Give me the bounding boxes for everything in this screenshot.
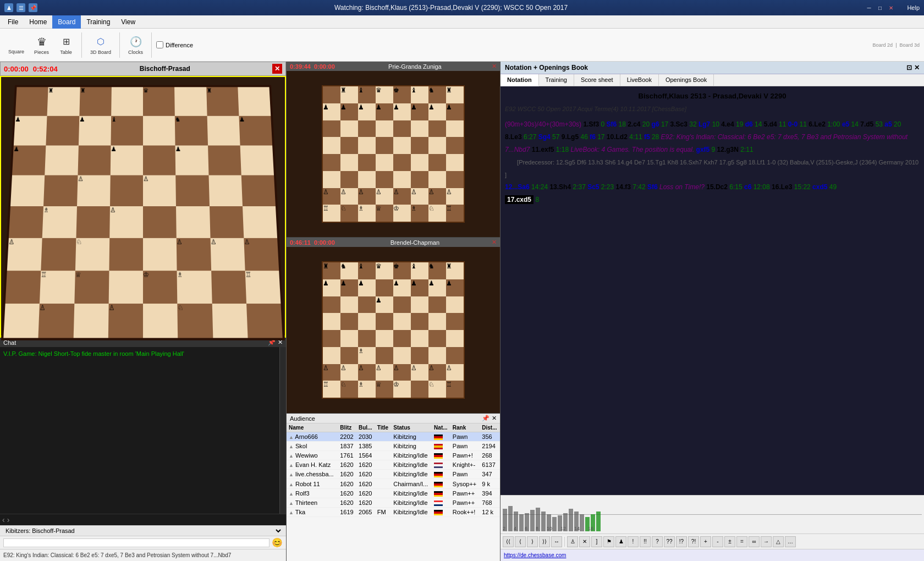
- mini-cell: [358, 120, 376, 138]
- menu-training[interactable]: Training: [81, 15, 116, 29]
- chat-input[interactable]: [3, 538, 270, 547]
- audience-close-icon[interactable]: ✕: [492, 415, 497, 422]
- minimize-button[interactable]: ─: [865, 3, 873, 12]
- nav-next[interactable]: ⟩: [527, 536, 538, 547]
- help-link[interactable]: Help: [898, 4, 920, 11]
- nav-plusminus-icon[interactable]: ±: [724, 536, 735, 547]
- menu-board[interactable]: Board: [52, 15, 81, 29]
- col-rank[interactable]: Rank: [450, 424, 480, 432]
- move-13w: 13.Sh4: [549, 183, 573, 191]
- board-type-label: Board 2d | Board 3d: [873, 42, 920, 48]
- audience-row[interactable]: ▲ Tka 1619 2065 FM Kibitzing/Idle Rook++…: [287, 507, 500, 516]
- audience-row[interactable]: ▲ Skol 1837 1385 Kibitzing Pawn 2194: [287, 442, 500, 451]
- kibitzers-select[interactable]: Kibitzers: Bischoff-Prasad: [3, 527, 283, 535]
- nav-excq-icon[interactable]: !?: [676, 536, 687, 547]
- tab-notation[interactable]: Notation: [501, 74, 539, 86]
- nav-q-icon[interactable]: ?: [652, 536, 663, 547]
- nav-bang-icon[interactable]: !!: [640, 536, 651, 547]
- board2-close-icon[interactable]: ✕: [492, 239, 497, 246]
- chat-scrollbar[interactable]: [279, 347, 286, 514]
- chess-cell: [176, 206, 210, 238]
- nav-begin[interactable]: ⟨⟨: [503, 536, 514, 547]
- chat-prev-icon[interactable]: ‹: [2, 515, 5, 524]
- tab-openings[interactable]: Openings Book: [659, 74, 714, 86]
- board1-close-icon[interactable]: ✕: [492, 63, 497, 70]
- col-blitz[interactable]: Blitz: [338, 424, 356, 432]
- emoji-button[interactable]: 😊: [272, 537, 283, 548]
- nav-triangle-icon[interactable]: △: [773, 536, 784, 547]
- notation-expand-icon[interactable]: ⊡: [906, 64, 912, 72]
- col-nat[interactable]: Nat...: [432, 424, 450, 432]
- toolbar-clocks-btn[interactable]: 🕐 Clocks: [124, 32, 147, 58]
- mini-cell: [446, 137, 464, 154]
- cell-title: [375, 488, 392, 498]
- audience-row[interactable]: ▲ live.chessba... 1620 1620 Kibitzing/Id…: [287, 470, 500, 479]
- mini-cell: [393, 171, 411, 188]
- nav-plus-icon[interactable]: +: [700, 536, 711, 547]
- nav-flip[interactable]: ↔: [551, 536, 562, 547]
- svg-rect-18: [596, 512, 601, 531]
- nav-bracket-icon[interactable]: ]: [591, 536, 602, 547]
- nav-qexc-icon[interactable]: ?!: [688, 536, 699, 547]
- chat-next-icon[interactable]: ›: [7, 515, 10, 524]
- chess-cell: [240, 145, 274, 175]
- nav-end[interactable]: ⟩⟩: [539, 536, 550, 547]
- nav-arrow-icon[interactable]: →: [761, 536, 772, 547]
- cell-status: Kibitzing: [391, 432, 432, 442]
- nav-prev[interactable]: ⟨: [515, 536, 526, 547]
- toolbar-square-btn[interactable]: Square: [4, 33, 28, 57]
- board1-timer-right: 0:00:00: [314, 63, 335, 70]
- nav-flag-icon[interactable]: ⚑: [603, 536, 614, 547]
- time-15b: 12:08: [754, 183, 772, 191]
- main-board-close[interactable]: ✕: [272, 64, 282, 74]
- nav-cross-icon[interactable]: ✕: [579, 536, 590, 547]
- nav-inf-icon[interactable]: ∞: [749, 536, 760, 547]
- audience-pin-icon[interactable]: 📌: [482, 415, 490, 422]
- col-name[interactable]: Name: [287, 424, 338, 432]
- nav-piece-icon[interactable]: ♟: [615, 536, 626, 547]
- cell-dist: 394: [480, 488, 500, 498]
- app-icon: ♟: [4, 3, 13, 12]
- difference-checkbox[interactable]: [156, 41, 163, 48]
- tab-training[interactable]: Training: [539, 74, 574, 86]
- cell-status: Kibitzing/Idle: [391, 498, 432, 507]
- tab-livebook[interactable]: LiveBook: [620, 74, 659, 86]
- col-title[interactable]: Title: [375, 424, 392, 432]
- cell-status: Kibitzing/Idle: [391, 488, 432, 498]
- toolbar-table-btn[interactable]: ⊞ Table: [55, 32, 77, 58]
- menu-view[interactable]: View: [116, 15, 141, 29]
- nav-eq-icon[interactable]: =: [736, 536, 747, 547]
- chess-cell: ♜: [206, 87, 239, 116]
- audience-row[interactable]: ▲ Robot 11 1620 1620 Chairman/I... Sysop…: [287, 479, 500, 488]
- col-status[interactable]: Status: [391, 424, 432, 432]
- menu-home[interactable]: Home: [24, 15, 52, 29]
- cell-nat: [432, 442, 450, 451]
- audience-row[interactable]: ▲ Thirteen 1620 1620 Kibitzing/Idle Pawn…: [287, 498, 500, 507]
- col-bul[interactable]: Bul...: [356, 424, 375, 432]
- nav-qq-icon[interactable]: ??: [664, 536, 675, 547]
- menu-icon[interactable]: ☰: [16, 3, 25, 12]
- col-dist[interactable]: Dist...: [480, 424, 500, 432]
- toolbar-pieces-btn[interactable]: ♛ Pieces: [30, 32, 53, 58]
- move-4b: d6: [745, 120, 755, 128]
- toolbar-3dboard-btn[interactable]: ⬡ 3D Board: [86, 32, 115, 58]
- nav-exclaim-icon[interactable]: !: [628, 536, 639, 547]
- menu-file[interactable]: File: [2, 15, 24, 29]
- nav-pawn-icon[interactable]: ♙: [567, 536, 578, 547]
- cell-name: ▲ Tka: [287, 507, 338, 516]
- mini-cell: ♔: [393, 381, 411, 398]
- notation-close-icon[interactable]: ✕: [914, 64, 920, 72]
- nav-more-icon[interactable]: …: [785, 536, 796, 547]
- nav-minus-icon[interactable]: -: [712, 536, 723, 547]
- tab-scoresheet[interactable]: Score sheet: [574, 74, 620, 86]
- close-button[interactable]: ✕: [887, 3, 895, 12]
- bottom-link[interactable]: https://de.chessbase.com: [504, 552, 566, 558]
- pin-icon[interactable]: 📌: [29, 3, 37, 12]
- mini-cell: [376, 313, 393, 330]
- audience-row[interactable]: ▲ Rolf3 1620 1620 Kibitzing/Idle Pawn++ …: [287, 488, 500, 498]
- audience-row[interactable]: ▲ Evan H. Katz 1620 1620 Kibitzing/Idle …: [287, 460, 500, 470]
- audience-row[interactable]: ▲ Arno666 2202 2030 Kibitzing Pawn 356: [287, 432, 500, 442]
- maximize-button[interactable]: □: [876, 3, 884, 12]
- audience-row[interactable]: ▲ Wewiwo 1761 1564 Kibitzing/Idle Pawn+!…: [287, 451, 500, 460]
- mini-cell: [411, 347, 428, 364]
